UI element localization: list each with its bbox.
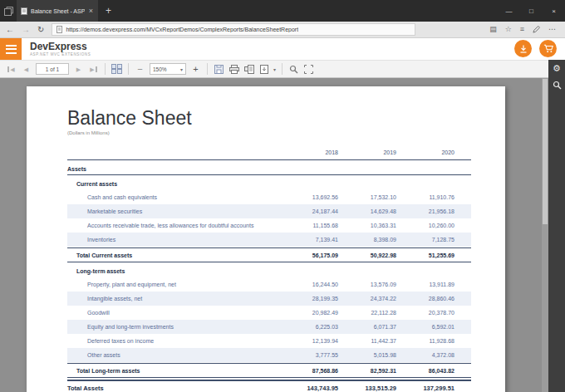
row-value: 137,299.51 (396, 385, 454, 392)
toolbar-separator (207, 63, 208, 75)
toolbar-separator (282, 63, 282, 75)
row-value: 22,112.28 (338, 310, 396, 316)
print-page-button[interactable] (243, 62, 254, 76)
cart-button[interactable] (539, 40, 557, 57)
report-subtitle: (Dollars in Millions) (67, 130, 471, 135)
export-menu-caret-icon[interactable]: ▾ (273, 66, 276, 72)
zoom-in-button[interactable]: + (190, 62, 201, 76)
row-value: 24,374.22 (338, 296, 396, 301)
row-value: 11,928.68 (396, 338, 454, 344)
report-row: Marketable securities24,187.4414,629.482… (67, 204, 471, 218)
more-icon[interactable]: ⋯ (548, 26, 556, 33)
row-value: 16,244.50 (280, 282, 338, 287)
first-page-button[interactable]: ◀ (6, 62, 17, 76)
export-button[interactable] (258, 62, 269, 76)
row-value: 50,922.98 (338, 252, 396, 258)
url-field[interactable]: https://demos.devexpress.com/MVCxReportD… (52, 23, 415, 36)
browser-tab[interactable]: Balance Sheet - ASP.NE × (17, 0, 98, 22)
scrollbar-thumb[interactable] (543, 79, 548, 224)
rail-search-icon[interactable] (553, 81, 562, 90)
chevron-down-icon: ▾ (180, 66, 183, 72)
tab-title: Balance Sheet - ASP.NE (31, 8, 85, 14)
row-value: 87,568.86 (280, 368, 338, 374)
print-button[interactable] (228, 62, 239, 76)
export-icon (260, 65, 268, 74)
web-notes-icon[interactable] (533, 26, 540, 33)
download-button[interactable] (514, 40, 532, 57)
close-button[interactable]: × (543, 0, 565, 22)
brand-tagline: ASP.NET MVC EXTENSIONS (30, 53, 91, 57)
maximize-button[interactable]: □ (520, 0, 543, 22)
last-page-button[interactable]: ▶ (88, 62, 99, 76)
row-label: Accounts receivable trade, less allowanc… (67, 223, 280, 228)
year-header: 2020 (396, 149, 454, 155)
row-value: 10,260.00 (396, 223, 454, 228)
row-value: 5,015.98 (338, 352, 396, 358)
save-button[interactable] (214, 62, 224, 76)
row-value: 3,777.55 (280, 352, 338, 358)
previous-page-button[interactable]: ◀ (21, 62, 32, 76)
report-table-header: 2018 2019 2020 (67, 145, 471, 160)
forward-icon[interactable]: → (22, 26, 30, 34)
fullscreen-button[interactable] (303, 62, 314, 76)
year-header: 2019 (338, 149, 396, 155)
row-value: 13,576.09 (338, 282, 396, 287)
row-value: 7,139.41 (280, 237, 338, 243)
browser-address-bar: ← → ↻ https://demos.devexpress.com/MVCxR… (0, 22, 565, 38)
browser-tab-bar: Balance Sheet - ASP.NE × + — □ × (0, 0, 565, 22)
search-button[interactable] (288, 62, 299, 76)
report-row: Intangible assets, net28,199.3524,374.22… (67, 292, 471, 306)
devexpress-logo[interactable]: DevExpress ASP.NET MVC EXTENSIONS (30, 42, 91, 56)
tab-close-icon[interactable]: × (88, 7, 94, 15)
zoom-select[interactable]: 150% ▾ (150, 63, 186, 75)
favorites-star-icon[interactable]: ☆ (505, 26, 512, 33)
download-icon (519, 45, 528, 53)
address-bar-actions: ▤ ☆ ≡ ⋯ (489, 26, 559, 33)
hamburger-menu-button[interactable] (0, 38, 22, 60)
row-value: 17,532.10 (338, 194, 396, 200)
url-text: https://demos.devexpress.com/MVCxReportD… (66, 27, 298, 32)
report-row: Goodwill20,982.4922,112.2820,378.70 (67, 306, 471, 320)
report-page: Balance Sheet (Dollars in Millions) 2018… (27, 86, 505, 392)
screen: { "browser": { "tab_title": "Balance She… (0, 0, 565, 392)
window-controls: — □ × (498, 0, 565, 22)
page-indicator-input[interactable]: 1 of 1 (36, 63, 69, 75)
report-row: Inventories7,139.418,398.097,128.75 (67, 233, 471, 247)
toolbar-separator (128, 63, 129, 75)
page-doc-icon (56, 26, 62, 33)
row-value: 8,398.09 (338, 237, 396, 243)
row-value: 6,225.03 (280, 324, 338, 330)
toolbar-separator (105, 63, 106, 75)
reading-view-icon[interactable]: ▤ (489, 26, 497, 33)
row-value: 11,910.76 (396, 194, 454, 200)
tabs-aside-icon[interactable] (0, 0, 17, 22)
row-value: 28,199.35 (280, 296, 338, 301)
zoom-out-button[interactable]: − (135, 62, 145, 76)
gear-icon[interactable]: ⚙ (553, 64, 561, 73)
row-label: Deferred taxes on income (67, 338, 280, 344)
row-label: Total Long-term assets (67, 368, 280, 374)
refresh-icon[interactable]: ↻ (37, 26, 44, 34)
row-value: 11,442.37 (338, 338, 396, 344)
tab-favicon-icon (21, 7, 27, 15)
minimize-button[interactable]: — (498, 0, 520, 22)
row-value: 56,175.09 (280, 252, 338, 258)
next-page-button[interactable]: ▶ (73, 62, 84, 76)
row-value: 4,372.08 (396, 352, 454, 358)
new-tab-button[interactable]: + (106, 6, 111, 16)
row-label: Assets (67, 166, 280, 172)
report-title: Balance Sheet (67, 108, 471, 129)
vertical-scrollbar[interactable] (542, 78, 548, 392)
back-icon[interactable]: ← (6, 26, 14, 34)
report-row: Cash and cash equivalents13,692.5617,532… (67, 190, 471, 204)
report-row: Current assets (67, 177, 471, 190)
row-label: Total Current assets (67, 252, 280, 258)
hub-icon[interactable]: ≡ (520, 26, 524, 33)
save-icon (214, 65, 224, 74)
report-table: 2018 2019 2020 AssetsCurrent assetsCash … (67, 145, 471, 392)
multipage-view-button[interactable] (111, 62, 122, 76)
row-value: 143,743.95 (280, 385, 338, 392)
printer-icon (229, 65, 239, 74)
row-label: Inventories (67, 237, 280, 243)
report-viewer-content: Balance Sheet (Dollars in Millions) 2018… (0, 78, 565, 392)
